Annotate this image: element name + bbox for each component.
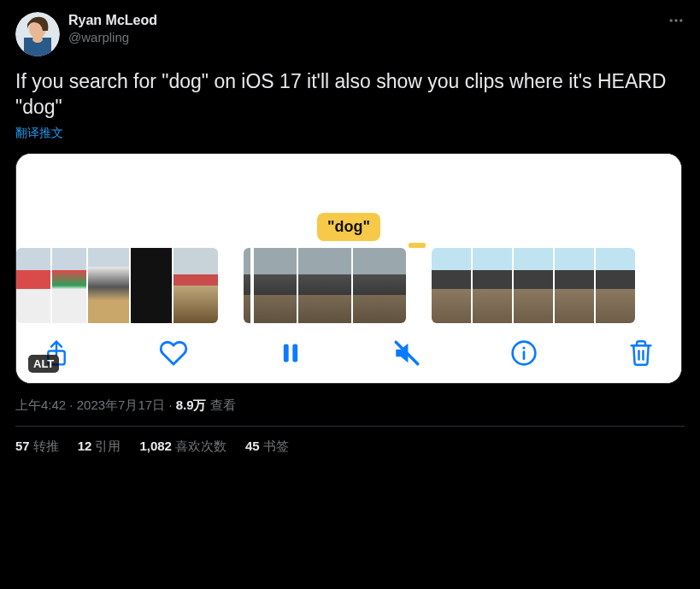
video-thumbnail [432,248,471,323]
avatar[interactable] [15,12,60,56]
svg-point-14 [523,346,526,349]
bookmarks-stat[interactable]: 45书签 [245,439,289,455]
media-card[interactable]: "dog" [15,153,682,384]
tweet-date[interactable]: 2023年7月17日 [77,398,165,412]
clip-group[interactable] [244,248,406,323]
clip-group[interactable] [16,248,218,323]
video-thumbnail [131,248,172,323]
tweet-meta: 上午4:42 · 2023年7月17日 · 8.9万 查看 [15,398,685,426]
heart-icon[interactable] [159,339,188,368]
playhead[interactable] [250,248,254,323]
search-term-badge: "dog" [317,213,380,241]
svg-point-7 [32,36,43,43]
video-thumbnail [52,248,86,323]
video-thumbnail [174,248,218,323]
video-thumbnail [298,248,351,323]
video-thumbnail [473,248,512,323]
translate-link[interactable]: 翻译推文 [15,126,63,141]
svg-point-1 [674,19,677,21]
alt-badge[interactable]: ALT [28,355,59,373]
info-icon[interactable] [509,339,538,368]
views-count[interactable]: 8.9万 [176,398,207,412]
video-thumbnail [353,248,406,323]
retweets-stat[interactable]: 57转推 [15,439,59,455]
video-filmstrip[interactable] [16,248,681,323]
tweet-text: If you search for "dog" on iOS 17 it'll … [15,68,685,120]
svg-point-0 [670,19,673,21]
video-thumbnail [16,248,50,323]
svg-rect-10 [292,345,297,362]
video-thumbnail [596,248,635,323]
clip-group[interactable] [432,248,635,323]
quotes-stat[interactable]: 12引用 [78,439,121,455]
video-thumbnail [88,248,129,323]
media-toolbar [16,323,681,383]
display-name[interactable]: Ryan McLeod [68,12,157,29]
tweet-stats: 57转推 12引用 1,082喜欢次数 45书签 [15,427,685,455]
svg-rect-9 [283,345,288,362]
tweet-time[interactable]: 上午4:42 [15,398,66,412]
media-upper: "dog" [16,154,681,248]
views-label: 查看 [207,398,236,412]
mute-icon[interactable] [392,339,421,368]
tweet-header: Ryan McLeod @warpling [15,12,685,56]
video-thumbnail [555,248,594,323]
pause-icon[interactable] [276,339,305,368]
trash-icon[interactable] [626,339,656,368]
tweet-container: Ryan McLeod @warpling If you search for … [0,0,700,465]
timeline-marker [409,243,426,248]
video-thumbnail [514,248,553,323]
user-handle[interactable]: @warpling [68,29,157,46]
svg-point-2 [679,19,682,21]
more-icon[interactable] [668,12,685,32]
likes-stat[interactable]: 1,082喜欢次数 [139,439,226,455]
